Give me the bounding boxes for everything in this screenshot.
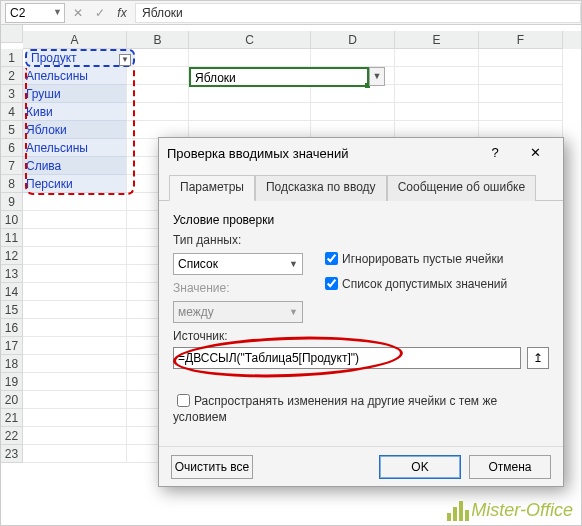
cell[interactable]: Яблоки <box>23 121 127 139</box>
tab-parameters[interactable]: Параметры <box>169 175 255 201</box>
row-header[interactable]: 5 <box>1 121 23 139</box>
range-picker-icon[interactable]: ↥ <box>527 347 549 369</box>
table-header-cell[interactable]: Продукт ▼ <box>25 49 135 67</box>
name-box[interactable]: C2 ▼ <box>5 3 65 23</box>
cell[interactable] <box>23 445 127 463</box>
cell[interactable] <box>23 247 127 265</box>
cell[interactable] <box>23 319 127 337</box>
cell[interactable] <box>189 49 311 67</box>
dialog-titlebar[interactable]: Проверка вводимых значений ? ✕ <box>159 138 563 168</box>
formula-input[interactable]: Яблоки <box>135 3 581 23</box>
dropdown-button-icon[interactable]: ▼ <box>369 67 385 86</box>
row-header[interactable]: 23 <box>1 445 23 463</box>
cell[interactable] <box>23 427 127 445</box>
svg-rect-2 <box>459 501 463 521</box>
cancel-button[interactable]: Отмена <box>469 455 551 479</box>
col-header[interactable]: B <box>127 31 189 49</box>
row-header[interactable]: 10 <box>1 211 23 229</box>
cancel-icon[interactable]: ✕ <box>69 4 87 22</box>
cell[interactable] <box>311 85 395 103</box>
cell[interactable] <box>189 85 311 103</box>
cell[interactable] <box>479 67 563 85</box>
cell[interactable]: Груши <box>23 85 127 103</box>
row-header[interactable]: 21 <box>1 409 23 427</box>
row-header[interactable]: 11 <box>1 229 23 247</box>
cell[interactable] <box>127 85 189 103</box>
cell[interactable] <box>395 67 479 85</box>
cell-c2-selected[interactable]: Яблоки <box>189 67 369 87</box>
cell[interactable] <box>23 283 127 301</box>
cell[interactable] <box>311 49 395 67</box>
filter-dropdown-icon[interactable]: ▼ <box>119 54 131 66</box>
cell[interactable]: Персики <box>23 175 127 193</box>
type-value: Список <box>178 257 218 271</box>
cell[interactable] <box>23 391 127 409</box>
tab-input-message[interactable]: Подсказка по вводу <box>255 175 387 201</box>
cell[interactable] <box>23 409 127 427</box>
row-header[interactable]: 3 <box>1 85 23 103</box>
apply-same-checkbox[interactable]: Распространять изменения на другие ячейк… <box>173 394 497 424</box>
cell[interactable]: Апельсины <box>23 139 127 157</box>
row-header[interactable]: 7 <box>1 157 23 175</box>
cell[interactable] <box>127 49 189 67</box>
confirm-icon[interactable]: ✓ <box>91 4 109 22</box>
list-allowed-checkbox[interactable]: Список допустимых значений <box>321 274 507 293</box>
cell[interactable] <box>479 49 563 67</box>
name-box-value: C2 <box>10 6 25 20</box>
help-icon[interactable]: ? <box>475 138 515 168</box>
row-header[interactable]: 17 <box>1 337 23 355</box>
cell[interactable] <box>395 49 479 67</box>
cell[interactable] <box>127 103 189 121</box>
cell[interactable] <box>23 193 127 211</box>
tab-error-alert[interactable]: Сообщение об ошибке <box>387 175 536 201</box>
cell[interactable] <box>23 373 127 391</box>
row-header[interactable]: 2 <box>1 67 23 85</box>
chevron-down-icon[interactable]: ▼ <box>53 7 62 17</box>
source-input[interactable]: =ДВССЫЛ("Таблица5[Продукт]") <box>173 347 521 369</box>
row-header[interactable]: 6 <box>1 139 23 157</box>
cell[interactable]: Апельсины <box>23 67 127 85</box>
cell[interactable]: Киви <box>23 103 127 121</box>
cell[interactable] <box>395 103 479 121</box>
cell[interactable] <box>189 103 311 121</box>
col-header[interactable]: A <box>23 31 127 49</box>
cell[interactable]: Слива <box>23 157 127 175</box>
row-header[interactable]: 9 <box>1 193 23 211</box>
clear-all-button[interactable]: Очистить все <box>171 455 253 479</box>
cell[interactable] <box>23 229 127 247</box>
ok-button[interactable]: OK <box>379 455 461 479</box>
row-header[interactable]: 1 <box>1 49 23 67</box>
row-header[interactable]: 18 <box>1 355 23 373</box>
cell[interactable] <box>23 211 127 229</box>
row-header[interactable]: 19 <box>1 373 23 391</box>
cell[interactable] <box>395 85 479 103</box>
col-header[interactable]: D <box>311 31 395 49</box>
row-header[interactable]: 14 <box>1 283 23 301</box>
row-header[interactable]: 13 <box>1 265 23 283</box>
ignore-empty-checkbox[interactable]: Игнорировать пустые ячейки <box>321 249 507 268</box>
cell[interactable] <box>311 103 395 121</box>
row-header[interactable]: 16 <box>1 319 23 337</box>
row-header[interactable]: 22 <box>1 427 23 445</box>
cell[interactable] <box>479 103 563 121</box>
cell[interactable] <box>23 301 127 319</box>
dialog-title: Проверка вводимых значений <box>167 146 348 161</box>
row-header[interactable]: 4 <box>1 103 23 121</box>
fx-icon[interactable]: fx <box>113 4 131 22</box>
row-header[interactable]: 15 <box>1 301 23 319</box>
row-header[interactable]: 12 <box>1 247 23 265</box>
cell[interactable] <box>23 337 127 355</box>
col-header[interactable]: C <box>189 31 311 49</box>
select-all-corner[interactable] <box>1 25 23 43</box>
cell[interactable] <box>23 265 127 283</box>
close-icon[interactable]: ✕ <box>515 138 555 168</box>
type-select[interactable]: Список ▼ <box>173 253 303 275</box>
data-validation-dialog: Проверка вводимых значений ? ✕ Параметры… <box>158 137 564 487</box>
row-header[interactable]: 20 <box>1 391 23 409</box>
row-header[interactable]: 8 <box>1 175 23 193</box>
cell[interactable] <box>127 67 189 85</box>
cell[interactable] <box>479 85 563 103</box>
col-header[interactable]: F <box>479 31 563 49</box>
cell[interactable] <box>23 355 127 373</box>
col-header[interactable]: E <box>395 31 479 49</box>
